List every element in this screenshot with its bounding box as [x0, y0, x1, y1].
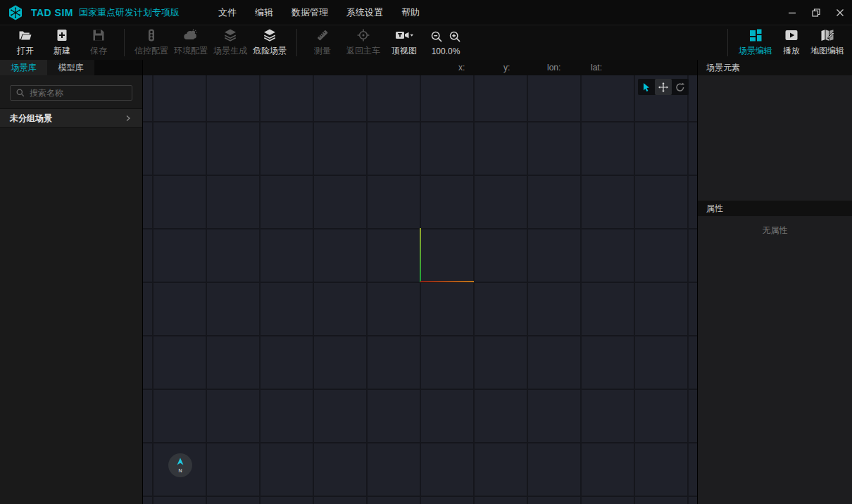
- top-view-button[interactable]: 顶视图: [386, 25, 422, 60]
- compass[interactable]: N: [168, 453, 192, 477]
- properties-body: 无属性: [698, 216, 852, 504]
- menubar: 文件 编辑 数据管理 系统设置 帮助: [209, 2, 429, 23]
- app-name: TAD SIM: [31, 7, 73, 18]
- danger-scene-button[interactable]: 危险场景: [250, 25, 289, 60]
- origin-axis-y: [420, 228, 421, 282]
- chevron-right-icon: [124, 114, 132, 122]
- measure-button[interactable]: 测量: [304, 25, 341, 60]
- compass-north-arrow-icon: [175, 458, 186, 467]
- scene-generate-button[interactable]: 场景生成: [211, 25, 250, 60]
- toolbar-separator: [727, 29, 728, 56]
- search-icon: [15, 88, 25, 98]
- properties-panel: 场景元素 属性 无属性: [697, 60, 852, 504]
- return-to-ego-button[interactable]: 返回主车: [341, 25, 386, 60]
- zoom-out-icon[interactable]: [430, 30, 444, 44]
- close-button[interactable]: [828, 0, 852, 25]
- properties-header: 属性: [698, 201, 852, 216]
- coord-x-label: x:: [458, 63, 465, 73]
- map-edit-icon: [820, 27, 835, 43]
- tab-scene-library[interactable]: 场景库: [0, 60, 47, 75]
- menu-help[interactable]: 帮助: [392, 2, 429, 23]
- coord-lat-label: lat:: [591, 63, 602, 73]
- tab-model-library[interactable]: 模型库: [47, 60, 94, 75]
- mode-scene-edit-button[interactable]: 场景编辑: [735, 25, 776, 60]
- rotate-tool-button[interactable]: [672, 79, 689, 95]
- menu-data-management[interactable]: 数据管理: [282, 2, 337, 23]
- scene-library-sidebar: 场景库 模型库 未分组场景: [0, 60, 143, 504]
- menu-edit[interactable]: 编辑: [246, 2, 282, 23]
- minimize-button[interactable]: [780, 0, 804, 25]
- titlebar: TAD SIM 国家重点研发计划专项版 文件 编辑 数据管理 系统设置 帮助: [0, 0, 852, 25]
- layers-icon: [262, 27, 277, 43]
- toolbar-separator: [124, 29, 125, 56]
- compass-label: N: [178, 468, 182, 473]
- coord-y-label: y:: [503, 63, 510, 73]
- select-tool-button[interactable]: [638, 79, 655, 95]
- play-icon: [784, 27, 799, 43]
- toolbar: 打开 新建 保存: [0, 25, 852, 60]
- menu-file[interactable]: 文件: [209, 2, 246, 23]
- mode-play-button[interactable]: 播放: [776, 25, 807, 60]
- no-properties-text: 无属性: [763, 225, 788, 504]
- restore-button[interactable]: [804, 0, 828, 25]
- locate-icon: [356, 27, 371, 43]
- window-controls: [780, 0, 852, 25]
- app-edition: 国家重点研发计划专项版: [79, 6, 180, 19]
- new-button[interactable]: 新建: [44, 25, 80, 60]
- signal-config-button[interactable]: 信控配置: [132, 25, 171, 60]
- menu-system-settings[interactable]: 系统设置: [337, 2, 392, 23]
- scene-elements-list[interactable]: [698, 75, 852, 201]
- open-folder-icon: [18, 27, 33, 43]
- save-icon: [91, 27, 106, 43]
- scene-elements-header: 场景元素: [698, 60, 852, 75]
- traffic-light-icon: [144, 27, 159, 43]
- search-box[interactable]: [10, 85, 132, 101]
- zoom-control: 100.0%: [422, 25, 469, 60]
- layers-icon: [223, 27, 238, 43]
- toolbar-separator: [296, 29, 297, 56]
- save-button[interactable]: 保存: [80, 25, 117, 60]
- zoom-in-icon[interactable]: [448, 30, 462, 44]
- app-logo-icon: [7, 4, 24, 21]
- camera-view-icon: [394, 27, 414, 43]
- new-file-icon: [54, 27, 70, 43]
- scene-canvas[interactable]: N: [143, 75, 697, 504]
- mode-map-edit-button[interactable]: 地图编辑: [807, 25, 848, 60]
- canvas-tool-group: [638, 79, 689, 95]
- scene-group-ungrouped[interactable]: 未分组场景: [0, 108, 142, 128]
- weather-icon: [183, 27, 199, 43]
- move-tool-button[interactable]: [655, 79, 672, 95]
- coordinate-statusbar: x: y: lon: lat:: [143, 60, 697, 75]
- grid-blocks-icon: [748, 27, 763, 43]
- ruler-icon: [315, 27, 330, 43]
- zoom-level: 100.0%: [432, 46, 461, 56]
- coord-lon-label: lon:: [547, 63, 560, 73]
- sidebar-tabs: 场景库 模型库: [0, 60, 142, 75]
- environment-config-button[interactable]: 环境配置: [171, 25, 211, 60]
- origin-axis-x: [420, 281, 474, 282]
- search-input[interactable]: [30, 88, 139, 98]
- viewport-area: x: y: lon: lat:: [143, 60, 697, 504]
- open-button[interactable]: 打开: [7, 25, 44, 60]
